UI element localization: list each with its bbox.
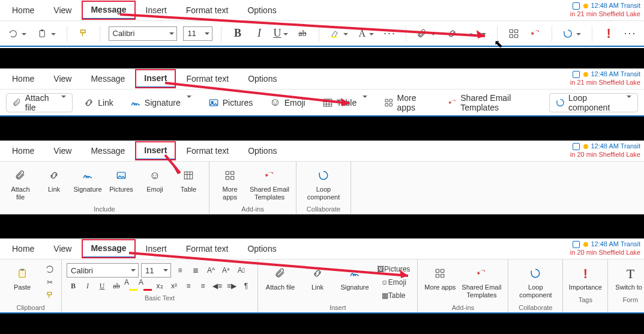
tab-options[interactable]: Options <box>239 69 285 88</box>
signature-button[interactable]: Signature <box>72 165 103 196</box>
table-button[interactable]: ▦ Table <box>375 290 412 302</box>
superscript-button[interactable]: x² <box>167 280 181 292</box>
btn-label: Loop component <box>514 284 556 299</box>
pictures-button[interactable]: Pictures <box>202 93 259 112</box>
loop-component-button[interactable] <box>561 25 583 42</box>
tab-view[interactable]: View <box>45 239 80 258</box>
tab-options[interactable]: Options <box>239 1 284 20</box>
loop-component-button[interactable]: Loop component <box>301 165 346 203</box>
font-color-button[interactable]: A <box>357 25 376 42</box>
signature-button[interactable] <box>466 25 489 42</box>
font-size-select[interactable]: 11 <box>183 26 212 41</box>
highlight-button[interactable]: A <box>124 280 137 292</box>
pictures-button[interactable]: Pictures <box>106 165 137 196</box>
attach-file-button[interactable]: Attach file <box>6 93 73 112</box>
align-center-button[interactable]: ≡ <box>196 280 209 292</box>
shared-email-templates-button[interactable]: Shared Email Templates <box>248 165 291 203</box>
tab-insert[interactable]: Insert <box>137 239 175 258</box>
tab-view[interactable]: View <box>45 141 80 160</box>
strikethrough-button[interactable]: ab <box>110 280 123 292</box>
importance-button[interactable]: !Importance <box>568 263 603 294</box>
tab-format-text[interactable]: Format text <box>178 1 237 20</box>
tab-home[interactable]: Home <box>4 69 43 88</box>
font-name-select[interactable]: Calibri <box>67 263 139 278</box>
tab-view[interactable]: View <box>45 69 80 88</box>
tab-view[interactable]: View <box>45 1 80 20</box>
bold-button[interactable]: B <box>230 25 245 42</box>
tab-home[interactable]: Home <box>4 141 43 160</box>
more-apps-button[interactable]: More apps <box>423 263 457 294</box>
tab-options[interactable]: Options <box>239 239 284 258</box>
shared-email-templates-button[interactable]: Shared Email Templates <box>442 93 544 112</box>
underline-button[interactable]: U <box>95 280 109 292</box>
font-name-select[interactable]: Calibri <box>109 26 178 41</box>
undo-button[interactable] <box>6 25 29 42</box>
link-button[interactable]: Link <box>77 93 119 112</box>
cut-button[interactable]: ✂ <box>43 276 56 288</box>
numbering-button[interactable]: ≣ <box>189 264 202 276</box>
shared-email-templates-button[interactable]: Shared Email Templates <box>460 263 503 301</box>
pictures-button[interactable]: 🖼 Pictures <box>375 263 412 275</box>
loop-component-button[interactable]: Loop component <box>513 263 558 301</box>
more-apps-button[interactable] <box>506 25 522 42</box>
more-apps-button[interactable]: More apps <box>378 93 437 112</box>
table-button[interactable]: Table <box>173 165 204 196</box>
font-size-select[interactable]: 11 <box>141 263 171 278</box>
tab-insert[interactable]: Insert <box>136 70 175 88</box>
styles-button[interactable]: ¶ <box>239 280 253 292</box>
tab-home[interactable]: Home <box>4 1 43 20</box>
signature-button[interactable]: Signature <box>337 263 372 294</box>
emoji-button[interactable]: ☺ Emoji <box>375 276 412 288</box>
tab-message[interactable]: Message <box>82 69 133 88</box>
signature-button[interactable]: Signature <box>124 93 197 112</box>
shared-email-templates-button[interactable] <box>528 25 543 42</box>
tab-insert[interactable]: Insert <box>136 142 175 160</box>
paste-button[interactable]: Paste <box>5 263 40 294</box>
attach-file-button[interactable]: Attach file <box>263 263 298 294</box>
tab-message[interactable]: Message <box>82 141 133 160</box>
clear-formatting-button[interactable]: A⃠ <box>235 264 248 276</box>
more-apps-button[interactable]: More apps <box>214 165 245 203</box>
attach-file-button[interactable]: Attach file <box>5 165 36 203</box>
font-color-button[interactable]: A <box>139 280 152 292</box>
emoji-button[interactable]: ☺Emoji <box>263 93 311 112</box>
underline-button[interactable]: U <box>273 25 289 42</box>
format-painter-button[interactable] <box>43 290 56 302</box>
grow-font-button[interactable]: Aᴬ <box>205 264 217 276</box>
emoji-button[interactable]: ☺Emoji <box>139 165 170 196</box>
tab-message[interactable]: Message <box>82 240 134 258</box>
italic-button[interactable]: I <box>81 280 94 292</box>
tab-format-text[interactable]: Format text <box>178 69 237 88</box>
paste-button[interactable] <box>35 25 58 42</box>
tab-format-text[interactable]: Format text <box>178 239 237 258</box>
shrink-font-button[interactable]: Aᵃ <box>220 264 232 276</box>
switch-to-text-button[interactable]: TSwitch to text <box>613 263 644 294</box>
overflow-button[interactable]: ··· <box>622 25 638 42</box>
tab-message[interactable]: Message <box>82 1 134 19</box>
group-label: Collaborate <box>307 205 340 213</box>
format-painter-button[interactable] <box>76 25 91 42</box>
tab-options[interactable]: Options <box>239 141 285 160</box>
importance-button[interactable]: ! <box>601 25 616 42</box>
strikethrough-button[interactable]: ab <box>295 25 310 42</box>
link-button[interactable]: Link <box>300 263 335 294</box>
tab-format-text[interactable]: Format text <box>178 141 237 160</box>
more-formatting-button[interactable]: ··· <box>382 25 397 42</box>
undo-button[interactable] <box>43 263 56 275</box>
subscript-button[interactable]: x₂ <box>153 280 166 292</box>
bold-button[interactable]: B <box>67 280 80 292</box>
view-classic-insert: Home View Message Insert Format text Opt… <box>0 141 644 214</box>
tab-home[interactable]: Home <box>4 239 43 258</box>
table-button[interactable]: Table <box>316 93 373 112</box>
attach-file-button[interactable] <box>415 25 438 42</box>
italic-button[interactable]: I <box>251 25 267 42</box>
increase-indent-button[interactable]: ≡▶ <box>225 280 238 292</box>
link-button[interactable] <box>444 25 460 42</box>
loop-component-button[interactable]: Loop component <box>549 93 638 112</box>
decrease-indent-button[interactable]: ◀≡ <box>211 280 224 292</box>
link-button[interactable]: Link <box>38 165 70 196</box>
bullets-button[interactable]: ≡ <box>173 264 187 276</box>
highlight-button[interactable] <box>328 25 351 42</box>
align-left-button[interactable]: ≡ <box>182 280 195 292</box>
tab-insert[interactable]: Insert <box>137 1 175 20</box>
